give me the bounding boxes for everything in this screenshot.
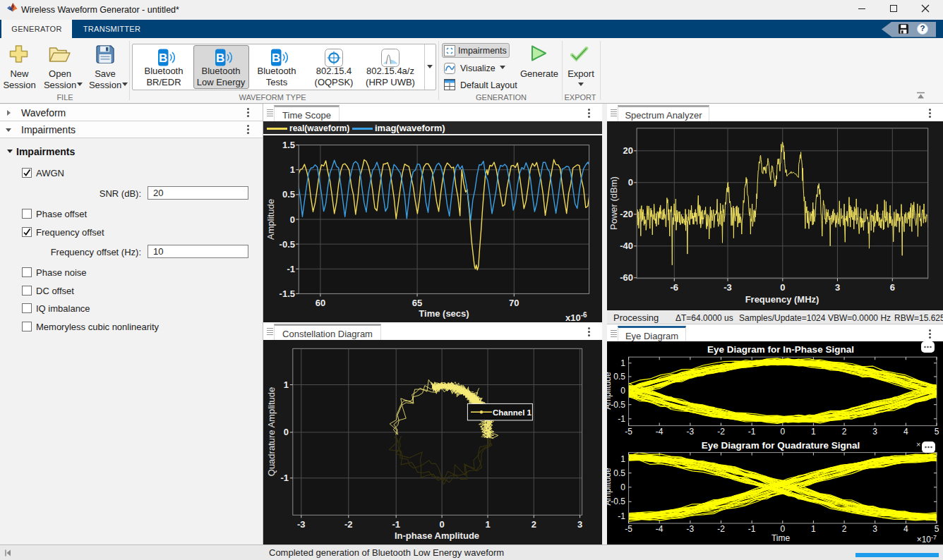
svg-text:-3: -3 [687,524,695,534]
svg-text:6: 6 [890,282,895,293]
svg-text:0.5: 0.5 [613,468,625,478]
svg-text:-4: -4 [656,427,663,437]
svg-text:B: B [159,51,167,65]
svg-text:Amplitude: Amplitude [607,372,613,410]
svg-text:B: B [272,51,280,65]
svg-text:-6: -6 [671,282,679,293]
svg-text:-1: -1 [280,473,289,483]
svg-text:Power (dBm): Power (dBm) [608,176,619,230]
svg-text:0: 0 [284,427,289,437]
svg-text:-5: -5 [625,524,632,534]
svg-text:-3: -3 [723,282,732,293]
svg-text:3: 3 [872,524,877,534]
svg-text:0: 0 [290,214,295,225]
svg-text:-1: -1 [748,427,756,437]
svg-text:1: 1 [811,524,816,534]
svg-text:0: 0 [780,427,785,437]
svg-text:-2: -2 [344,519,353,530]
svg-text:Time (secs): Time (secs) [419,308,469,319]
svg-text:-2: -2 [717,524,725,534]
svg-text:4: 4 [903,427,908,437]
svg-text:-2: -2 [717,427,725,437]
svg-text:2: 2 [842,524,847,534]
svg-text:1: 1 [620,358,625,368]
svg-text:0: 0 [620,482,625,492]
svg-text:-3: -3 [297,519,306,530]
svg-text:In-phase Amplitude: In-phase Amplitude [395,530,479,541]
svg-text:-1: -1 [618,511,625,521]
svg-text:×: × [916,440,920,449]
svg-text:Time: Time [771,533,791,543]
svg-text:-5: -5 [625,427,632,437]
svg-text:5: 5 [935,524,939,534]
svg-text:0: 0 [780,282,785,293]
svg-text:1: 1 [620,454,625,464]
svg-text:-4: -4 [656,524,663,534]
svg-text:-1: -1 [618,414,625,424]
svg-text:65: 65 [412,298,422,308]
svg-text:1: 1 [284,379,289,390]
svg-text:Eye Diagram for Quadrature Sig: Eye Diagram for Quadrature Signal [702,440,860,451]
svg-text:-1: -1 [392,519,400,530]
svg-text:Channel 1: Channel 1 [493,408,532,417]
svg-text:1.5: 1.5 [282,140,295,150]
svg-text:-1.5: -1.5 [280,288,295,299]
svg-text:Amplitude: Amplitude [607,468,613,506]
svg-text:-40: -40 [620,241,633,251]
svg-text:0: 0 [780,524,785,534]
svg-text:3: 3 [835,282,840,293]
svg-text:Quadrature Amplitude: Quadrature Amplitude [266,387,277,476]
svg-text:-20: -20 [620,209,633,219]
svg-text:3: 3 [872,427,877,437]
svg-text:2: 2 [842,427,847,437]
svg-text:-60: -60 [620,272,633,283]
svg-text:0: 0 [620,386,625,396]
svg-text:1: 1 [811,427,816,437]
svg-text:5: 5 [935,427,939,437]
svg-text:3: 3 [577,519,582,530]
svg-text:60: 60 [316,298,325,308]
svg-text:0.5: 0.5 [282,189,295,200]
svg-text:B: B [216,51,224,65]
svg-text:20: 20 [623,145,633,156]
svg-text:0: 0 [439,519,444,530]
svg-text:x10-6: x10-6 [565,311,587,322]
svg-text:2: 2 [531,519,536,530]
svg-text:-3: -3 [687,427,695,437]
svg-text:70: 70 [509,298,519,308]
svg-text:-0.5: -0.5 [611,497,625,506]
svg-text:4: 4 [903,524,908,534]
svg-text:-0.5: -0.5 [280,239,295,250]
svg-text:0: 0 [628,177,633,188]
svg-text:Amplitude: Amplitude [265,199,276,240]
svg-text:-1: -1 [287,264,295,274]
svg-text:Frequency (MHz): Frequency (MHz) [745,294,819,305]
svg-text:0.5: 0.5 [613,372,625,382]
svg-text:-1: -1 [748,524,756,534]
svg-text:1: 1 [485,519,490,530]
svg-text:-0.5: -0.5 [611,400,625,410]
svg-text:Eye Diagram for In-Phase Signa: Eye Diagram for In-Phase Signal [707,344,854,355]
svg-text:1: 1 [290,164,295,175]
